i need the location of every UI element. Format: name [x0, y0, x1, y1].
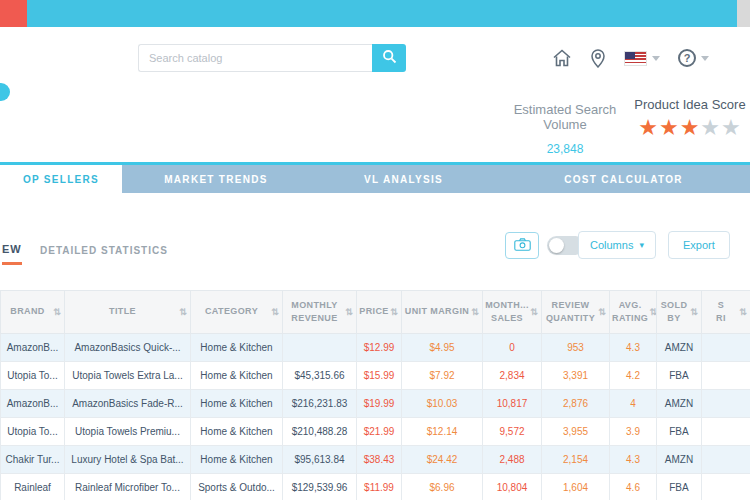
column-header-category[interactable]: CATEGORY⇅	[191, 291, 283, 334]
table-row[interactable]: Rainleaf Rainleaf Microfiber To... Sport…	[1, 474, 750, 500]
rating-cell: 4.2	[610, 362, 657, 390]
stats-row: Estimated Search Volume 23,848 Product I…	[0, 90, 750, 162]
price-cell: $12.99	[357, 334, 402, 362]
revenue-cell: $210,488.28	[283, 418, 357, 446]
star-icon[interactable]: ★	[638, 115, 659, 140]
brand-cell: AmazonB...	[1, 334, 65, 362]
product-idea-score: Product Idea Score ★★★★★	[633, 97, 747, 143]
margin-cell: $4.95	[402, 334, 483, 362]
soldby-cell: AMZN	[657, 446, 702, 474]
column-header-review-quantity[interactable]: REVIEW QUANTITY⇅	[542, 291, 610, 334]
column-header-monthly-sales[interactable]: MONTH... SALES⇅	[483, 291, 542, 334]
soldby-cell: FBA	[657, 474, 702, 500]
export-button-label: Export	[683, 239, 715, 251]
toggle-knob	[549, 238, 564, 253]
subtab-detailed-statistics[interactable]: DETAILED STATISTICS	[40, 245, 168, 256]
price-cell: $21.99	[357, 418, 402, 446]
table-header-row: BRAND⇅ TITLE⇅ CATEGORY⇅ MONTHLY REVENUE⇅…	[1, 291, 750, 334]
margin-cell: $12.14	[402, 418, 483, 446]
tab-market-trends[interactable]: MARKET TRENDS	[122, 165, 310, 193]
reviews-cell: 953	[542, 334, 610, 362]
search-icon	[382, 49, 397, 67]
soldby-cell: FBA	[657, 362, 702, 390]
price-cell: $11.99	[357, 474, 402, 500]
sort-icon: ⇅	[52, 307, 62, 317]
title-cell: Utopia Towels Extra La...	[65, 362, 191, 390]
tab-cost-calculator[interactable]: COST CALCULATOR	[497, 165, 750, 193]
title-cell: Luxury Hotel & Spa Bat...	[65, 446, 191, 474]
title-cell: Rainleaf Microfiber To...	[65, 474, 191, 500]
brand-cell: Utopia To...	[1, 362, 65, 390]
margin-cell: $6.96	[402, 474, 483, 500]
search-button[interactable]	[372, 44, 406, 72]
clipped-cell	[702, 446, 750, 474]
table-row[interactable]: Utopia To... Utopia Towels Premiu... Hom…	[1, 418, 750, 446]
camera-icon	[514, 237, 531, 255]
revenue-cell: $129,539.96	[283, 474, 357, 500]
column-header-title[interactable]: TITLE⇅	[65, 291, 191, 334]
sort-icon: ⇅	[648, 307, 656, 317]
table-row[interactable]: Utopia To... Utopia Towels Extra La... H…	[1, 362, 750, 390]
star-icon[interactable]: ★	[659, 115, 680, 140]
soldby-cell: FBA	[657, 418, 702, 446]
tab-vl-analysis[interactable]: VL ANALYSIS	[310, 165, 497, 193]
table-row[interactable]: AmazonB... AmazonBasics Fade-R... Home &…	[1, 390, 750, 418]
sort-icon: ⇅	[178, 307, 188, 317]
category-cell: Home & Kitchen	[191, 418, 283, 446]
snapshot-button[interactable]	[505, 232, 539, 259]
sort-icon: ⇅	[689, 307, 699, 317]
reviews-cell: 1,604	[542, 474, 610, 500]
revenue-cell: $95,613.84	[283, 446, 357, 474]
top-navbar	[0, 0, 737, 27]
column-header-monthly-revenue[interactable]: MONTHLY REVENUE⇅	[283, 291, 357, 334]
column-header-price[interactable]: PRICE⇅	[357, 291, 402, 334]
help-menu[interactable]: ?	[678, 49, 709, 67]
reviews-cell: 3,391	[542, 362, 610, 390]
export-button[interactable]: Export	[668, 231, 730, 259]
star-icon[interactable]: ★	[721, 115, 742, 140]
category-cell: Home & Kitchen	[191, 362, 283, 390]
table-row[interactable]: AmazonB... AmazonBasics Quick-... Home &…	[1, 334, 750, 362]
home-icon[interactable]	[552, 49, 572, 67]
app-window: ? Estimated Search Volume 23,848 Product…	[0, 0, 750, 500]
star-icon[interactable]: ★	[700, 115, 721, 140]
clipped-cell	[702, 362, 750, 390]
reviews-cell: 2,876	[542, 390, 610, 418]
sales-cell: 10,804	[483, 474, 542, 500]
star-icon[interactable]: ★	[680, 115, 701, 140]
column-header-unit-margin[interactable]: UNIT MARGIN⇅	[402, 291, 483, 334]
subtab-overview[interactable]: EW	[2, 243, 22, 265]
columns-button-label: Columns	[590, 239, 633, 251]
brand-cell: AmazonB...	[1, 390, 65, 418]
sort-icon: ⇅	[738, 307, 748, 317]
price-cell: $15.99	[357, 362, 402, 390]
brand-cell: Utopia To...	[1, 418, 65, 446]
toolbar: ?	[0, 27, 750, 90]
margin-cell: $7.92	[402, 362, 483, 390]
search-volume-label: Estimated Search Volume	[497, 102, 633, 132]
sort-icon: ⇅	[270, 307, 280, 317]
tab-top-sellers[interactable]: OP SELLERS	[0, 165, 122, 193]
category-cell: Home & Kitchen	[191, 446, 283, 474]
brand-cell: Rainleaf	[1, 474, 65, 500]
star-rating: ★★★★★	[633, 114, 747, 143]
search-bar	[138, 44, 406, 72]
column-header-clipped[interactable]: S RI⇅	[702, 291, 750, 334]
column-header-brand[interactable]: BRAND⇅	[1, 291, 65, 334]
category-cell: Sports & Outdo...	[191, 474, 283, 500]
pin-icon[interactable]	[590, 49, 606, 68]
column-header-avg-rating[interactable]: AVG. RATING⇅	[610, 291, 657, 334]
sort-icon: ⇅	[344, 307, 354, 317]
revenue-cell	[283, 334, 357, 362]
estimated-search-volume: Estimated Search Volume 23,848	[497, 102, 633, 156]
column-header-sold-by[interactable]: SOLD BY⇅	[657, 291, 702, 334]
window-corner	[737, 0, 750, 27]
sales-cell: 9,572	[483, 418, 542, 446]
table-row[interactable]: Chakir Tur... Luxury Hotel & Spa Bat... …	[1, 446, 750, 474]
locale-selector[interactable]	[624, 51, 660, 66]
price-cell: $38.43	[357, 446, 402, 474]
idea-score-label: Product Idea Score	[633, 97, 747, 112]
search-input[interactable]	[138, 44, 372, 72]
columns-button[interactable]: Columns ▾	[578, 231, 656, 259]
tab-bar: OP SELLERS MARKET TRENDS VL ANALYSIS COS…	[0, 162, 750, 193]
